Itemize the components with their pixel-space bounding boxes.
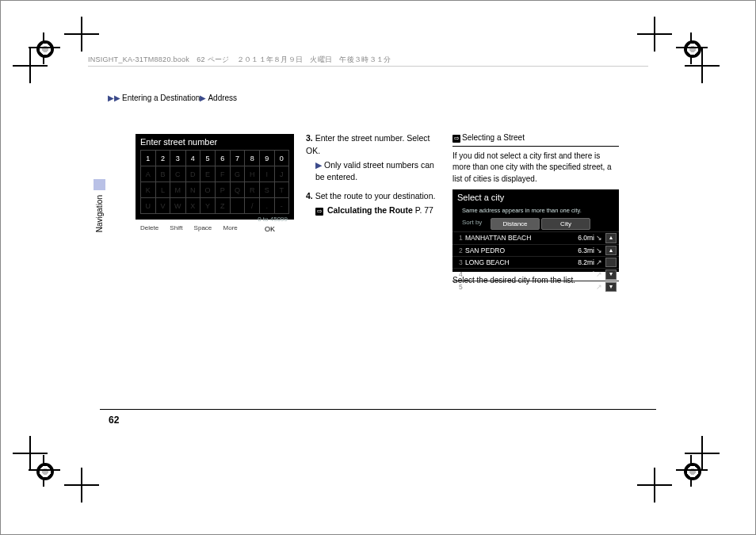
breadcrumb-seg1: Entering a Destination [122, 94, 200, 102]
sortby-label: Sort by [462, 218, 491, 231]
crop-mark-icon [13, 48, 48, 83]
crop-mark-icon [637, 17, 672, 52]
step-3-sub: ▶Only valid street numbers can be entere… [315, 159, 441, 185]
city-name: MANHATTAN BEACH [465, 233, 574, 243]
key: M [170, 182, 185, 198]
section-tab-marker [94, 179, 105, 190]
key: D [185, 166, 200, 182]
key: U [141, 198, 156, 214]
crossref-page: P. 77 [413, 205, 433, 215]
ok-button: OK [260, 224, 280, 234]
key [230, 198, 245, 214]
direction-icon: ↗ [594, 258, 604, 267]
breadcrumb-arrow-icon: ▶▶ [108, 94, 120, 102]
city-row: 3LONG BEACH8.2mi↗ [452, 256, 619, 268]
scroll-arrow-icon: ▴ [605, 233, 617, 243]
screenshot-enter-street-number: Enter street number 1234567890ABCDEFGHIJ… [136, 134, 294, 220]
breadcrumb: ▶▶Entering a Destination▶Address [108, 94, 237, 102]
step-4: 4. Set the route to your destination. [306, 190, 441, 203]
section-tab: Navigation [94, 179, 105, 227]
print-header: INSIGHT_KA-31TM8820.book 62 ページ ２０１１年８月９… [88, 55, 391, 65]
key: S [260, 182, 275, 198]
screen-title: Enter street number [136, 134, 294, 150]
row-index: 3 [459, 258, 465, 267]
breadcrumb-seg2: Address [208, 94, 237, 102]
city-distance: 14mi [574, 269, 594, 279]
key: C [170, 166, 185, 182]
row-index: 2 [459, 246, 465, 255]
step-3-sub-text: Only valid street numbers can be entered… [315, 160, 434, 182]
step-4-ref: ⇨ Calculating the Route P. 77 [315, 204, 441, 217]
key: 2 [155, 151, 170, 166]
key: Y [200, 198, 216, 214]
key: O [200, 182, 216, 198]
key: Q [230, 182, 245, 198]
city-row: 2SAN PEDRO6.3mi↘▴ [452, 244, 619, 256]
space-key: Space [194, 224, 212, 231]
crossref-icon: ⇨ [452, 135, 460, 143]
sidebar-paragraph: If you did not select a city first and t… [452, 151, 619, 185]
scroll-arrow-icon: ▾ [605, 282, 617, 292]
city-row: 1MANHATTAN BEACH6.0mi↘▴ [452, 231, 619, 243]
key: 1 [141, 151, 156, 166]
key: Z [216, 198, 231, 214]
onscreen-keyboard: 1234567890ABCDEFGHIJKLMNOPQRSTUVWXYZ /.- [140, 150, 289, 214]
key: I [260, 166, 275, 182]
scroll-arrow-icon: ▾ [605, 269, 617, 279]
page-number: 62 [109, 415, 119, 426]
footer-rule [100, 409, 656, 410]
key: X [185, 198, 200, 214]
screen-note: Same address appears in more than one ci… [452, 207, 619, 218]
key: . [260, 198, 275, 214]
sidebar-note: ⇨Selecting a Street If you did not selec… [452, 132, 619, 287]
range-label: 0 to 45099 [136, 214, 294, 224]
direction-icon: ↗ [594, 282, 604, 292]
instruction-steps: 3. Enter the street number. Select OK. ▶… [306, 132, 441, 224]
crop-mark-icon [13, 436, 48, 471]
ok-label: OK [306, 146, 318, 155]
tab-city: City [541, 218, 590, 231]
key: V [155, 198, 170, 214]
city-distance: 8.2mi [574, 258, 594, 267]
crossref-icon: ⇨ [315, 208, 323, 216]
city-name: LONG BEACH [465, 258, 574, 267]
city-name: SAN PEDRO [465, 246, 574, 255]
key: R [245, 182, 260, 198]
key: 7 [230, 151, 245, 166]
step-text: Set the route to your destination. [315, 191, 436, 201]
shift-key: Shift [170, 224, 182, 231]
sub-arrow-icon: ▶ [315, 160, 322, 170]
sort-tabs: Sort by Distance City [452, 218, 619, 232]
key: W [170, 198, 185, 214]
key: 9 [260, 151, 275, 166]
key: J [274, 166, 288, 182]
manual-page: INSIGHT_KA-31TM8820.book 62 ページ ２０１１年８月９… [0, 0, 756, 535]
key: 8 [245, 151, 260, 166]
breadcrumb-arrow-icon: ▶ [200, 94, 206, 102]
screen-title: Select a city [452, 189, 619, 207]
key: N [185, 182, 200, 198]
key: 0 [274, 151, 288, 166]
key: H [245, 166, 260, 182]
keyboard-footer: Delete Shift Space More OK [136, 224, 294, 231]
key: 6 [216, 151, 231, 166]
section-tab-label: Navigation [95, 195, 104, 232]
row-index: 1 [459, 233, 465, 243]
key: / [245, 198, 260, 214]
city-distance: 14mi [574, 282, 594, 292]
key: 5 [200, 151, 216, 166]
direction-icon: ↗ [594, 269, 604, 279]
city-distance: 6.3mi [574, 246, 594, 255]
step-text: Enter the street number. Select [315, 133, 430, 143]
sidebar-heading: ⇨Selecting a Street [452, 132, 619, 147]
key: F [216, 166, 231, 182]
step-number: 3. [306, 133, 313, 143]
step-number: 4. [306, 191, 313, 201]
key: G [230, 166, 245, 182]
more-key: More [223, 224, 238, 231]
scroll-arrow-icon: ▴ [605, 246, 617, 255]
step-3: 3. Enter the street number. Select OK. [306, 132, 441, 158]
city-distance: 6.0mi [574, 233, 594, 243]
screenshot-select-city: Select a city Same address appears in mo… [452, 189, 619, 272]
key: A [141, 166, 156, 182]
